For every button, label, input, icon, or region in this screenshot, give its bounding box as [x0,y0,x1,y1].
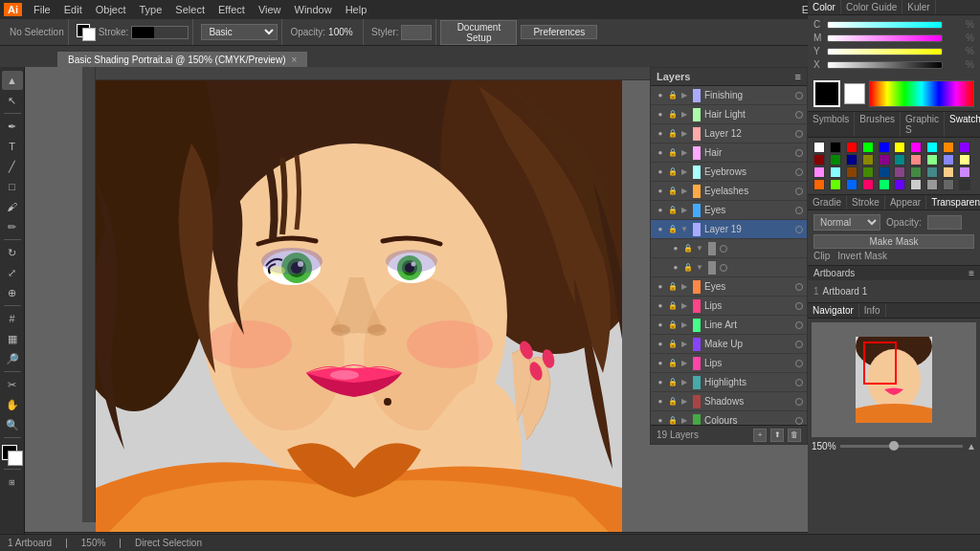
layer-target-dot[interactable] [795,130,803,138]
mesh-tool[interactable]: # [2,309,23,328]
tab-transparency[interactable]: Transparency [926,195,980,209]
layer-expand-icon[interactable]: ▶ [679,167,689,177]
tab-navigator[interactable]: Navigator [808,303,859,318]
layer-target-dot[interactable] [795,226,803,233]
layer-visibility-icon[interactable]: ● [655,281,666,293]
layer-row[interactable]: ● 🔒 ▶ Layer 12 [651,124,807,143]
opacity-input[interactable]: 100% [927,215,962,230]
color-swatch[interactable] [910,179,922,190]
layer-expand-icon[interactable]: ▶ [679,301,689,311]
color-swatch[interactable] [879,142,890,153]
layer-visibility-icon[interactable]: ● [655,109,666,121]
layer-row[interactable]: ● 🔒 ▼ [651,258,807,277]
layer-row[interactable]: ● 🔒 ▶ Eyebrows [651,163,807,182]
color-swatch[interactable] [943,166,954,178]
layer-expand-icon[interactable]: ▼ [679,225,689,234]
color-swatch[interactable] [894,179,905,190]
layer-visibility-icon[interactable]: ● [655,147,666,159]
layer-row[interactable]: ● 🔒 ▶ Shadows [651,392,807,411]
tab-close-icon[interactable]: × [291,55,297,65]
menu-effect[interactable]: Effect [212,3,251,16]
zoom-tool[interactable]: 🔍 [2,415,23,434]
rotate-tool[interactable]: ↻ [2,243,23,262]
new-layer-icon[interactable]: + [753,429,767,442]
layer-row[interactable]: ● 🔒 ▶ Highlights [651,373,807,392]
layer-expand-icon[interactable]: ▶ [679,206,689,215]
selection-tool[interactable]: ▲ [2,71,23,90]
eyedropper-tool[interactable]: 🔎 [2,349,23,368]
tab-stroke-appearance[interactable]: Stroke [847,195,885,209]
layer-target-dot[interactable] [795,187,803,195]
pen-tool[interactable]: ✒ [2,117,23,136]
menu-select[interactable]: Select [169,3,211,16]
layer-target-dot[interactable] [795,283,803,291]
layer-row[interactable]: ● 🔒 ▶ Hair [651,143,807,163]
foreground-swatch[interactable] [813,80,840,107]
layer-target-dot[interactable] [795,111,803,119]
background-color[interactable] [8,451,23,466]
layer-row[interactable]: ● 🔒 ▶ Colours [651,411,807,425]
layer-lock-icon[interactable]: 🔒 [668,320,678,330]
color-swatch[interactable] [862,142,874,153]
color-swatch[interactable] [910,166,922,178]
shape-tool[interactable]: □ [2,177,23,196]
layer-target-dot[interactable] [795,149,803,157]
color-swatch[interactable] [813,154,825,165]
tab-kuler[interactable]: Kuler [902,0,935,14]
layer-row[interactable]: ● 🔒 ▶ Hair Light [651,105,807,124]
cmyk-y-slider[interactable] [827,48,943,55]
layer-visibility-icon[interactable]: ● [655,90,666,101]
layer-lock-icon[interactable]: 🔒 [668,91,678,100]
layer-lock-icon[interactable]: 🔒 [683,263,693,273]
navigator-zoom-slider[interactable] [840,445,964,448]
hand-tool[interactable]: ✋ [2,395,23,414]
cmyk-c-slider[interactable] [827,21,943,29]
color-swatch[interactable] [846,154,858,165]
scale-tool[interactable]: ⤢ [2,263,23,282]
menu-file[interactable]: File [28,3,56,16]
color-swatch[interactable] [926,179,938,190]
layer-visibility-icon[interactable]: ● [655,396,666,408]
color-swatch[interactable] [846,142,858,153]
color-swatch[interactable] [862,154,874,165]
layer-lock-icon[interactable]: 🔒 [683,244,693,253]
color-swatch[interactable] [926,166,938,178]
layer-target-dot[interactable] [795,168,803,176]
layer-expand-icon[interactable]: ▶ [679,320,689,330]
layer-row[interactable]: ● 🔒 ▶ Lips [651,354,807,373]
layer-lock-icon[interactable]: 🔒 [668,187,678,196]
artboards-menu[interactable]: ≡ [969,268,974,278]
scissors-tool[interactable]: ✂ [2,375,23,394]
color-swatch[interactable] [943,154,954,165]
layer-target-dot[interactable] [795,341,803,348]
color-swatch[interactable] [910,142,922,153]
color-swatch[interactable] [943,142,954,153]
layer-visibility-icon[interactable]: ● [655,224,666,235]
layer-visibility-icon[interactable]: ● [670,243,681,254]
tab-graphic-styles[interactable]: Graphic S [901,112,945,137]
menu-edit[interactable]: Edit [58,3,88,16]
color-swatch[interactable] [846,166,858,178]
color-swatch[interactable] [879,179,890,190]
color-swatch[interactable] [879,154,890,165]
tab-symbols[interactable]: Symbols [808,112,855,137]
tab-brushes[interactable]: Brushes [855,112,901,137]
layer-lock-icon[interactable]: 🔒 [668,206,678,215]
type-tool[interactable]: T [2,137,23,156]
layer-target-dot[interactable] [720,264,727,272]
menu-window[interactable]: Window [289,3,338,16]
menu-type[interactable]: Type [134,3,168,16]
layer-lock-icon[interactable]: 🔒 [668,359,678,368]
tab-color-guide[interactable]: Color Guide [841,0,902,14]
color-swatch[interactable] [926,142,938,153]
color-swatch[interactable] [862,179,874,190]
color-swatch[interactable] [813,142,825,153]
menu-help[interactable]: Help [340,3,373,16]
color-swatch[interactable] [813,179,825,190]
direct-selection-tool[interactable]: ↖ [2,91,23,110]
pencil-tool[interactable]: ✏ [2,217,23,236]
layer-lock-icon[interactable]: 🔒 [668,416,678,426]
layer-expand-icon[interactable]: ▼ [695,263,704,273]
color-swatch[interactable] [959,166,970,178]
layer-row[interactable]: ● 🔒 ▶ Line Art [651,316,807,335]
